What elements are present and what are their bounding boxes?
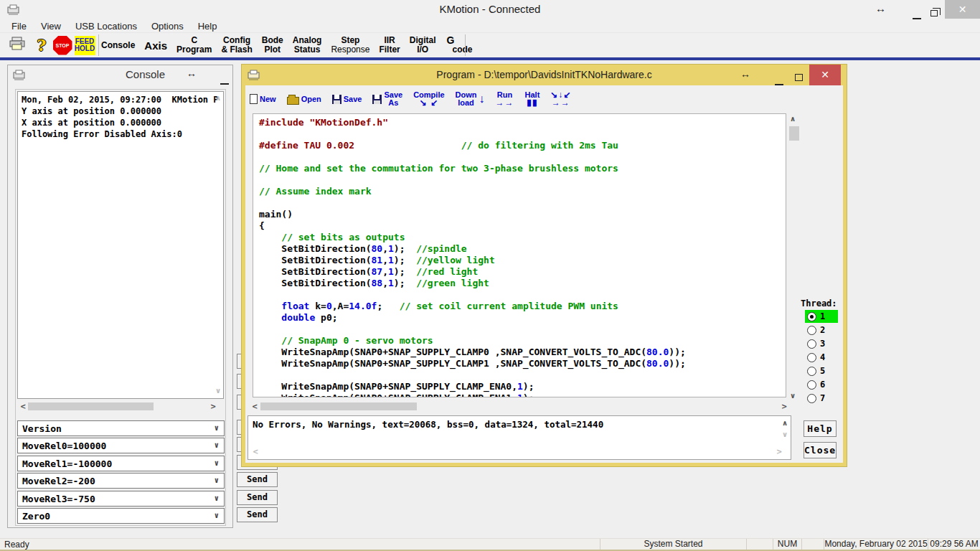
scroll-down-icon[interactable]: ∨ <box>215 387 221 395</box>
console-log[interactable]: Mon, Feb 02, 2015, 09:27:00 KMotion PY a… <box>17 91 224 399</box>
hscroll-thumb[interactable] <box>260 402 417 410</box>
vscroll-thumb[interactable] <box>789 126 799 141</box>
code-line: double p0; <box>259 312 780 324</box>
scroll-left-icon[interactable]: < <box>252 403 258 410</box>
chevron-down-icon[interactable]: ∨ <box>214 441 219 450</box>
code-line <box>259 289 780 301</box>
toolbar-button-gcode[interactable]: Gcode <box>445 36 472 55</box>
maximize-button[interactable] <box>795 71 803 84</box>
radio-button[interactable] <box>807 394 816 403</box>
question-mark-icon: ? <box>37 36 47 55</box>
radio-button[interactable] <box>807 353 816 362</box>
radio-button[interactable] <box>807 339 816 349</box>
toolbar-button-analogstatus[interactable]: AnalogStatus <box>293 36 322 55</box>
code-segment: 81 <box>372 255 383 265</box>
open-button[interactable]: Open <box>287 94 321 105</box>
thread-number: 3 <box>820 339 825 349</box>
scroll-right-icon[interactable]: > <box>776 448 782 456</box>
command-combo-version[interactable]: Version∨ <box>17 420 225 436</box>
menu-item-usb-locations[interactable]: USB Locations <box>68 21 144 32</box>
resize-window-icon[interactable]: ↔ <box>740 68 750 80</box>
thread-option-3[interactable]: 3 <box>805 337 838 350</box>
radio-button-selected[interactable] <box>807 312 816 321</box>
chevron-down-icon[interactable]: ∨ <box>214 423 219 433</box>
toolbar-button-stepresponse[interactable]: StepResponse <box>331 36 369 55</box>
program-client-area: NewOpenSaveSaveAsCompile↘ ↙Download↓Run→… <box>245 85 843 463</box>
save-button[interactable]: Save <box>332 95 362 104</box>
feed-hold-button[interactable]: FEEDHOLD <box>73 34 96 56</box>
resize-window-icon[interactable]: ↔ <box>875 2 886 14</box>
toolbar-button-console[interactable]: Console <box>101 41 135 50</box>
new-button[interactable]: New <box>250 94 276 104</box>
toolbar-button-cprogram[interactable]: CProgram <box>176 36 212 55</box>
scroll-down-icon[interactable]: ∨ <box>790 392 796 400</box>
close-button[interactable]: ✕ <box>809 65 841 85</box>
thread-option-4[interactable]: 4 <box>805 351 838 364</box>
thread-option-5[interactable]: 5 <box>805 364 838 377</box>
radio-button[interactable] <box>807 380 816 390</box>
code-line <box>259 128 780 140</box>
send-button[interactable]: Send <box>237 490 278 505</box>
halt-button[interactable]: Halt▮▮ <box>525 91 540 107</box>
thread-option-1[interactable]: 1 <box>805 310 838 323</box>
help-button[interactable]: Help <box>804 420 837 437</box>
menu-item-help[interactable]: Help <box>191 21 225 32</box>
hscroll-thumb[interactable] <box>28 402 154 410</box>
command-combo-moverel3-750[interactable]: MoveRel3=-750∨ <box>17 491 225 507</box>
status-spacer <box>801 539 824 550</box>
toolbar-button-digitali-o[interactable]: DigitalI/O <box>410 36 436 55</box>
minimize-button[interactable] <box>220 75 229 88</box>
code-editor[interactable]: #include "KMotionDef.h"#define TAU 0.002… <box>253 113 786 397</box>
chevron-down-icon[interactable]: ∨ <box>214 494 219 503</box>
radio-button[interactable] <box>807 326 816 335</box>
resize-window-icon[interactable]: ↔ <box>187 67 197 79</box>
menu-item-view[interactable]: View <box>34 21 68 32</box>
scroll-up-icon[interactable]: ∧ <box>782 420 788 427</box>
download-button[interactable]: Download↓ <box>456 91 485 107</box>
restore-icon <box>930 10 938 17</box>
compile-button[interactable]: Compile↘ ↙ <box>413 91 444 107</box>
toolbar-button-iirfilter[interactable]: IIRFilter <box>379 36 400 55</box>
menu-item-file[interactable]: File <box>4 21 34 32</box>
code-segment: 88 <box>372 278 383 288</box>
scroll-right-icon[interactable]: > <box>210 403 216 410</box>
chevron-down-icon[interactable]: ∨ <box>214 511 219 520</box>
save-as-button[interactable]: SaveAs <box>372 91 402 107</box>
toolbar-button-label: code <box>452 45 472 55</box>
print-button[interactable] <box>6 34 29 56</box>
scroll-up-icon[interactable]: ∧ <box>215 95 221 102</box>
restore-button[interactable] <box>930 6 938 19</box>
thread-option-2[interactable]: 2 <box>805 324 838 336</box>
send-button[interactable]: Send <box>237 472 278 487</box>
printer-icon <box>9 37 26 54</box>
close-program-button[interactable]: Close <box>804 442 837 458</box>
chevron-down-icon[interactable]: ∨ <box>214 476 219 485</box>
thread-option-7[interactable]: 7 <box>805 392 838 405</box>
compile-download-run-button[interactable]: ↘↓↙→→ <box>550 91 571 107</box>
command-combo-zero0[interactable]: Zero0∨ <box>17 508 225 524</box>
program-title: Program - D:\tempor\DavidsInitTKNoHardwa… <box>242 69 847 80</box>
scroll-left-icon[interactable]: < <box>20 403 26 410</box>
code-segment: double <box>281 312 315 323</box>
compiler-output[interactable]: No Errors, No Warnings, text=20068, bss=… <box>248 415 791 460</box>
scroll-left-icon[interactable]: < <box>253 448 258 456</box>
toolbar-button-config-flash[interactable]: Config& Flash <box>221 36 252 55</box>
menu-item-options[interactable]: Options <box>144 21 191 32</box>
close-button[interactable]: ✕ <box>945 0 980 19</box>
send-button[interactable]: Send <box>237 507 278 522</box>
help-button[interactable]: ? <box>33 34 50 56</box>
run-button[interactable]: Run→→ <box>496 91 514 107</box>
radio-button[interactable] <box>807 367 816 376</box>
code-segment: WriteSnapAmp(SNAP0+SNAP_SUPPLY_CLAMP0 ,S… <box>259 347 646 357</box>
emergency-stop-button[interactable]: STOP <box>52 34 73 56</box>
scroll-right-icon[interactable]: > <box>781 403 787 410</box>
thread-option-6[interactable]: 6 <box>805 378 838 391</box>
toolbar-button-axis[interactable]: Axis <box>144 41 167 50</box>
chevron-down-icon[interactable]: ∨ <box>214 458 219 468</box>
scroll-up-icon[interactable]: ∧ <box>790 116 796 123</box>
command-combo-moverel0-100000[interactable]: MoveRel0=100000∨ <box>17 438 225 453</box>
toolbar-button-bodeplot[interactable]: BodePlot <box>262 36 283 55</box>
command-combo-moverel2-200[interactable]: MoveRel2=-200∨ <box>17 473 225 489</box>
scroll-down-icon[interactable]: ∨ <box>782 431 788 438</box>
command-combo-moverel1-100000[interactable]: MoveRel1=-100000∨ <box>17 456 225 471</box>
